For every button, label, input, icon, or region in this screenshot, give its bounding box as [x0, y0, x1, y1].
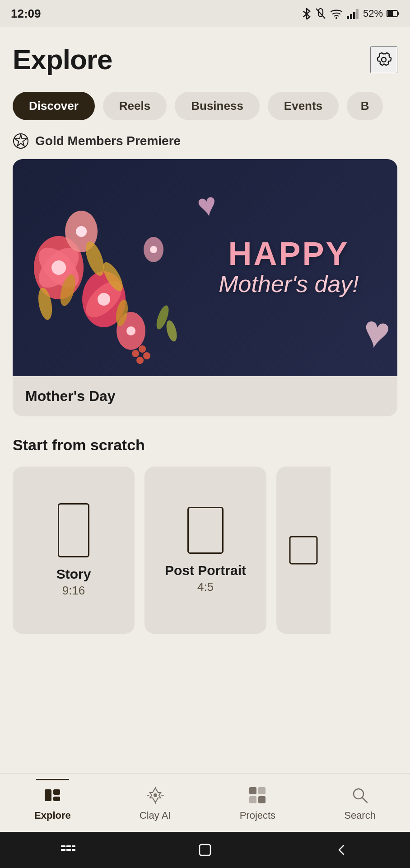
- svg-point-30: [143, 352, 150, 359]
- tab-discover[interactable]: Discover: [13, 92, 95, 120]
- tab-business[interactable]: Business: [175, 92, 260, 120]
- svg-point-33: [164, 319, 179, 343]
- svg-rect-5: [356, 9, 359, 19]
- post-icon: [285, 532, 321, 568]
- android-home-btn[interactable]: [191, 841, 219, 859]
- search-icon: [350, 785, 370, 805]
- gold-star-icon: [13, 133, 29, 149]
- nav-item-clay-ai[interactable]: Clay AI: [130, 780, 180, 826]
- android-back-btn[interactable]: [328, 841, 355, 859]
- gear-icon: [373, 49, 394, 70]
- scratch-card-post-portrait-labels: Post Portrait 4:5: [165, 563, 246, 594]
- scratch-card-post-portrait-name: Post Portrait: [165, 563, 246, 578]
- gold-members-section-label: Gold Members Premiere: [13, 133, 397, 149]
- svg-point-28: [132, 350, 139, 357]
- scratch-card-post-portrait[interactable]: Post Portrait 4:5: [144, 467, 266, 634]
- tab-reels[interactable]: Reels: [103, 92, 167, 120]
- svg-point-31: [136, 357, 144, 364]
- wifi-icon: [330, 8, 343, 19]
- bluetooth-icon: [302, 8, 312, 19]
- nav-label-projects: Projects: [240, 810, 275, 821]
- status-icons: 52%: [302, 8, 399, 19]
- tab-events[interactable]: Events: [268, 92, 339, 120]
- svg-point-20: [126, 326, 135, 335]
- android-nav-bar: [0, 832, 410, 868]
- scratch-card-story[interactable]: Story 9:16: [13, 467, 135, 634]
- filter-tabs: Discover Reels Business Events B: [13, 86, 397, 133]
- nav-item-projects[interactable]: Projects: [231, 780, 284, 826]
- battery-level: 52%: [363, 8, 383, 19]
- explore-nav-icon: [42, 784, 63, 806]
- gold-members-label: Gold Members Premiere: [35, 134, 181, 148]
- svg-rect-44: [61, 845, 65, 847]
- svg-rect-48: [66, 849, 71, 851]
- svg-point-1: [335, 17, 337, 19]
- mute-icon: [315, 8, 326, 19]
- clay-ai-nav-icon: [144, 784, 166, 806]
- svg-rect-7: [397, 12, 399, 15]
- nav-item-explore[interactable]: Explore: [25, 780, 80, 826]
- svg-rect-40: [258, 787, 266, 794]
- page-title: Explore: [13, 43, 112, 75]
- svg-rect-45: [66, 845, 71, 847]
- battery-icon: [387, 9, 399, 18]
- svg-rect-46: [72, 845, 75, 847]
- scratch-card-story-labels: Story 9:16: [56, 566, 91, 598]
- svg-rect-42: [258, 796, 266, 803]
- mothers-day-text: Mother's day!: [219, 270, 359, 298]
- status-right: 52%: [302, 8, 399, 19]
- nav-item-search[interactable]: Search: [335, 780, 385, 826]
- svg-rect-8: [388, 11, 393, 16]
- svg-point-18: [76, 226, 87, 237]
- post-square-icon: [285, 532, 321, 568]
- svg-rect-4: [353, 12, 355, 19]
- signal-icon: [347, 8, 359, 19]
- scratch-section-title: Start from scratch: [13, 436, 397, 454]
- bottom-nav: Explore Clay AI Projects: [0, 773, 410, 832]
- settings-button[interactable]: [370, 46, 397, 73]
- nav-label-search: Search: [344, 810, 376, 821]
- status-time: 12:09: [11, 7, 41, 21]
- svg-rect-3: [350, 14, 352, 19]
- heart-right-decoration: ♥: [359, 304, 394, 360]
- android-home-icon: [198, 843, 212, 857]
- story-icon: [58, 503, 89, 557]
- nav-label-clay-ai: Clay AI: [140, 810, 171, 821]
- scratch-card-post[interactable]: [276, 467, 331, 634]
- svg-rect-35: [45, 789, 51, 801]
- projects-nav-icon: [247, 784, 268, 806]
- android-menu-btn[interactable]: [55, 841, 82, 859]
- featured-text-area: HAPPY Mother's day!: [219, 237, 359, 298]
- featured-image: ♥ HAPPY Mother's day! ♥: [13, 159, 397, 376]
- header: Explore: [13, 27, 397, 86]
- scratch-section: Start from scratch Story 9:16 Post Portr…: [13, 436, 397, 638]
- featured-card-label: Mother's Day: [13, 376, 397, 416]
- search-nav-icon: [349, 784, 371, 806]
- explore-icon: [43, 786, 62, 805]
- svg-rect-49: [72, 849, 75, 851]
- android-menu-icon: [60, 844, 76, 856]
- projects-icon: [247, 785, 267, 805]
- featured-card-title: Mother's Day: [25, 388, 116, 404]
- svg-rect-50: [200, 844, 210, 855]
- clay-ai-icon: [145, 785, 165, 805]
- tab-more[interactable]: B: [347, 92, 383, 120]
- featured-card[interactable]: ♥ HAPPY Mother's day! ♥ Mother's Day: [13, 159, 397, 416]
- android-back-icon: [335, 844, 348, 856]
- svg-point-13: [51, 260, 66, 275]
- svg-rect-37: [53, 797, 60, 801]
- svg-point-16: [98, 293, 110, 306]
- scratch-cards-list: Story 9:16 Post Portrait 4:5: [13, 467, 397, 638]
- main-content: Explore Discover Reels Business Events B…: [0, 27, 410, 773]
- status-bar: 12:09: [0, 0, 410, 27]
- svg-point-29: [139, 345, 146, 353]
- scratch-card-post-portrait-ratio: 4:5: [165, 580, 246, 594]
- scratch-card-story-name: Story: [56, 566, 91, 582]
- happy-text: HAPPY: [219, 237, 359, 270]
- svg-rect-36: [53, 789, 60, 795]
- svg-rect-34: [290, 537, 317, 564]
- nav-label-explore: Explore: [34, 810, 71, 821]
- svg-rect-2: [347, 16, 349, 19]
- svg-rect-47: [61, 849, 65, 851]
- post-portrait-icon: [187, 507, 224, 554]
